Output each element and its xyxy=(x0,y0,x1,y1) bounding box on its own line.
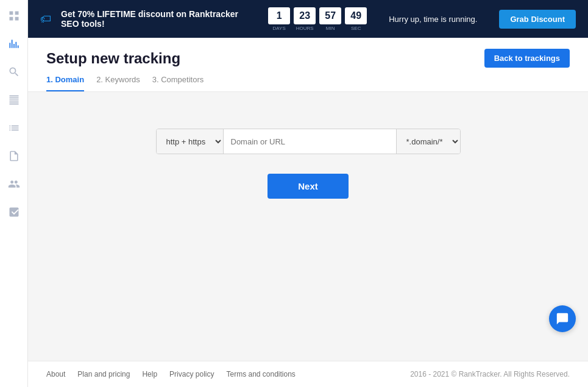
sidebar xyxy=(0,0,28,387)
countdown-hours: 23 HOURS xyxy=(294,7,316,31)
step3-number: 3. xyxy=(152,75,161,84)
hours-value: 23 xyxy=(294,7,316,24)
page-footer: About Plan and pricing Help Privacy poli… xyxy=(28,361,588,387)
url-input-row: http + https http https *.domain/* domai… xyxy=(156,129,461,154)
step-keywords[interactable]: 2. Keywords xyxy=(96,75,140,91)
sidebar-item-chart[interactable] xyxy=(5,35,23,52)
step1-number: 1. xyxy=(46,75,55,84)
domain-type-select[interactable]: *.domain/* domain/* *.domain domain xyxy=(396,129,460,154)
sidebar-item-list[interactable] xyxy=(5,119,23,137)
sidebar-item-users[interactable] xyxy=(5,176,23,193)
page-title: Setup new tracking xyxy=(46,50,180,67)
tag-icon: 🏷 xyxy=(40,13,51,26)
countdown-timer: 1 DAYS 23 HOURS 57 MIN 49 SEC xyxy=(268,7,367,31)
step2-label: Keywords xyxy=(105,75,140,84)
sidebar-item-grid[interactable] xyxy=(5,7,23,24)
steps-nav: 1. Domain 2. Keywords 3. Competitors xyxy=(46,75,570,91)
main-area: 🏷 Get 70% LIFETIME discount on Ranktrack… xyxy=(28,0,588,387)
promo-banner: 🏷 Get 70% LIFETIME discount on Ranktrack… xyxy=(28,0,588,38)
days-value: 1 xyxy=(268,7,290,24)
page-header-top: Setup new tracking Back to trackings xyxy=(46,49,570,68)
countdown-days: 1 DAYS xyxy=(268,7,290,31)
hours-label: HOURS xyxy=(296,26,314,31)
back-to-trackings-button[interactable]: Back to trackings xyxy=(484,49,570,68)
footer-link-plan[interactable]: Plan and pricing xyxy=(77,370,130,378)
sidebar-item-table[interactable] xyxy=(5,91,23,108)
sec-label: SEC xyxy=(351,26,361,31)
footer-copyright: 2016 - 2021 © RankTracker. All Rights Re… xyxy=(410,370,570,378)
banner-text: Get 70% LIFETIME discount on Ranktracker… xyxy=(61,9,258,29)
step1-label: Domain xyxy=(55,75,84,84)
countdown-min: 57 MIN xyxy=(319,7,341,31)
sidebar-item-document[interactable] xyxy=(5,147,23,165)
footer-link-terms[interactable]: Terms and conditions xyxy=(226,370,295,378)
page-content: Setup new tracking Back to trackings 1. … xyxy=(28,38,588,361)
hurry-text: Hurry up, time is running. xyxy=(389,15,477,24)
protocol-select[interactable]: http + https http https xyxy=(157,129,224,154)
next-button[interactable]: Next xyxy=(267,174,349,199)
min-label: MIN xyxy=(326,26,335,31)
days-label: DAYS xyxy=(273,26,286,31)
min-value: 57 xyxy=(319,7,341,24)
sec-value: 49 xyxy=(345,7,367,24)
grab-discount-button[interactable]: Grab Discount xyxy=(499,10,576,29)
step-domain[interactable]: 1. Domain xyxy=(46,75,84,91)
sidebar-item-analytics[interactable] xyxy=(5,204,23,221)
tracking-form: http + https http https *.domain/* domai… xyxy=(28,92,588,223)
domain-input[interactable] xyxy=(224,129,396,154)
chat-button[interactable] xyxy=(549,305,576,332)
footer-links: About Plan and pricing Help Privacy poli… xyxy=(46,370,296,378)
countdown-sec: 49 SEC xyxy=(345,7,367,31)
page-header: Setup new tracking Back to trackings 1. … xyxy=(28,38,588,92)
step3-label: Competitors xyxy=(161,75,204,84)
footer-link-privacy[interactable]: Privacy policy xyxy=(169,370,214,378)
step-competitors[interactable]: 3. Competitors xyxy=(152,75,204,91)
step2-number: 2. xyxy=(96,75,105,84)
sidebar-item-search[interactable] xyxy=(5,63,23,80)
footer-link-help[interactable]: Help xyxy=(142,370,157,378)
footer-link-about[interactable]: About xyxy=(46,370,65,378)
